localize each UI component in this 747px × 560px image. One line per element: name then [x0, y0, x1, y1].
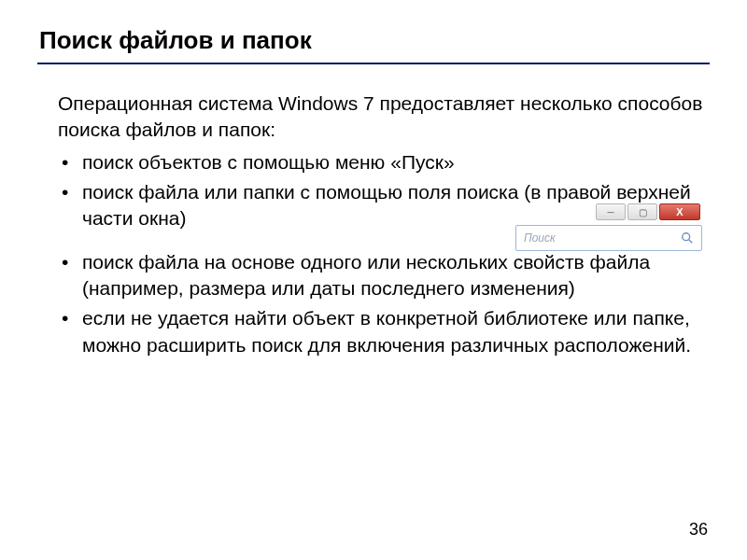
maximize-icon: ▢ — [639, 207, 647, 217]
close-icon: X — [676, 206, 683, 217]
list-item: если не удается найти объект в конкретно… — [58, 305, 706, 358]
bullet-list: поиск файла на основе одного или несколь… — [58, 249, 706, 358]
page-number: 36 — [689, 520, 708, 539]
svg-point-0 — [683, 233, 690, 241]
window-controls: ─ ▢ X — [515, 203, 702, 222]
search-icon — [681, 231, 694, 245]
page-title: Поиск файлов и папок — [37, 26, 710, 55]
list-item: поиск файла на основе одного или несколь… — [58, 249, 706, 302]
search-input[interactable]: Поиск — [515, 225, 702, 251]
search-widget: ─ ▢ X Поиск — [515, 203, 702, 251]
search-placeholder: Поиск — [524, 231, 556, 245]
close-button[interactable]: X — [659, 203, 700, 220]
minimize-icon: ─ — [607, 207, 613, 217]
maximize-button[interactable]: ▢ — [627, 203, 657, 220]
slide: Поиск файлов и папок Операционная систем… — [0, 0, 747, 560]
minimize-button[interactable]: ─ — [596, 203, 626, 220]
list-item: поиск объектов с помощью меню «Пуск» — [58, 149, 706, 175]
svg-line-1 — [689, 240, 693, 244]
intro-text: Операционная система Windows 7 предостав… — [58, 91, 706, 144]
title-rule — [37, 63, 710, 64]
